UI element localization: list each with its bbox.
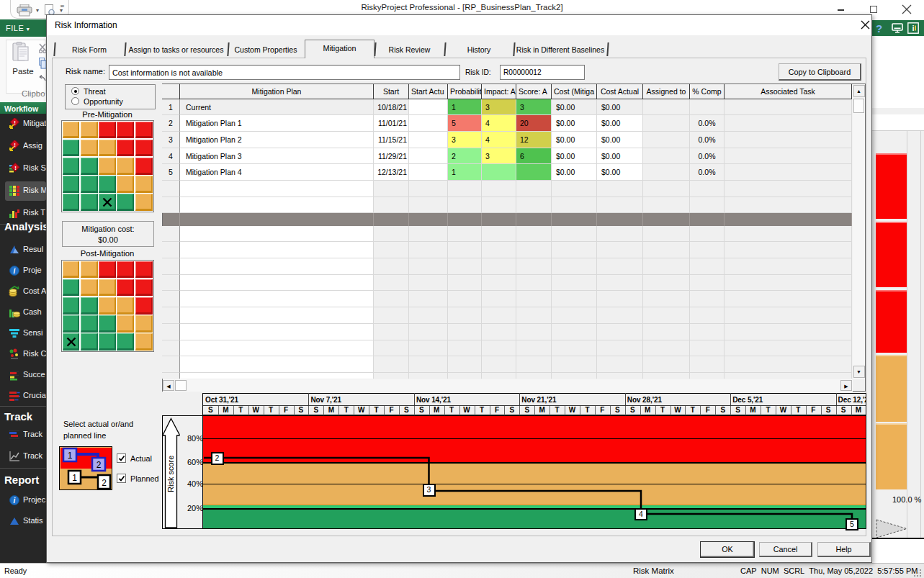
svg-text:i: i — [912, 24, 914, 32]
svg-text:2: 2 — [102, 478, 107, 488]
svg-text:1: 1 — [68, 451, 73, 461]
svg-text:!: ! — [14, 165, 17, 171]
svg-text:i: i — [14, 497, 16, 505]
svg-text:2: 2 — [97, 460, 102, 470]
svg-text:1: 1 — [72, 473, 77, 483]
svg-text:i: i — [14, 267, 16, 275]
